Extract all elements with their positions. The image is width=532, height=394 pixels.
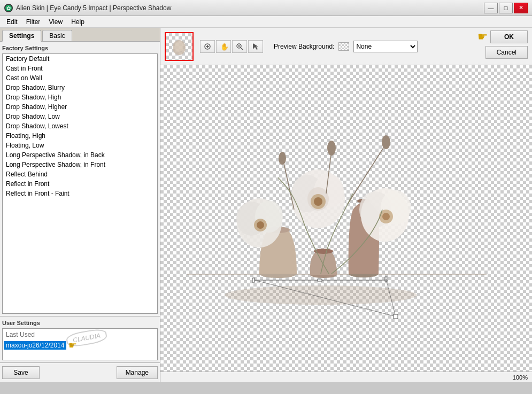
- ok-button[interactable]: OK: [490, 30, 528, 43]
- zoom-level: 100%: [513, 374, 528, 381]
- menu-bar: Edit Filter View Help: [0, 16, 532, 28]
- list-item[interactable]: Reflect in Front: [3, 179, 157, 189]
- svg-point-20: [314, 249, 333, 254]
- preview-bg-select[interactable]: None Black White Custom: [353, 41, 418, 52]
- user-setting-name[interactable]: maxou-jo26/12/2014: [4, 341, 66, 350]
- preview-thumbnail: [165, 32, 194, 61]
- svg-point-36: [382, 213, 390, 220]
- menu-view[interactable]: View: [44, 17, 67, 27]
- list-item[interactable]: Drop Shadow, High: [3, 92, 157, 102]
- save-button[interactable]: Save: [2, 366, 40, 379]
- zoom-fit-button[interactable]: [200, 40, 215, 53]
- pan-button[interactable]: ✋: [216, 40, 231, 53]
- tab-basic[interactable]: Basic: [42, 30, 72, 41]
- svg-point-3: [175, 41, 183, 52]
- right-panel: ✋ Preview Background: None Black White C…: [160, 28, 532, 382]
- ok-cancel-area: ☛ OK Cancel: [477, 30, 528, 59]
- factory-settings-list-container: Factory Default Cast in Front Cast on Wa…: [2, 53, 158, 314]
- svg-rect-44: [318, 279, 322, 281]
- svg-point-26: [314, 197, 322, 206]
- user-settings-label: User Settings: [2, 319, 158, 327]
- title-bar: ✿ Alien Skin | Eye Candy 5 Impact | Pers…: [0, 0, 532, 16]
- list-item[interactable]: Factory Default: [3, 54, 157, 64]
- svg-line-9: [241, 48, 243, 50]
- title-bar-buttons: — □ ✕: [484, 3, 528, 13]
- list-item[interactable]: Long Perspective Shadow, in Front: [3, 160, 157, 169]
- factory-settings-section: Factory Settings Factory Default Cast in…: [0, 42, 160, 316]
- cancel-button[interactable]: Cancel: [485, 46, 528, 59]
- window-title: Alien Skin | Eye Candy 5 Impact | Perspe…: [16, 4, 171, 12]
- maximize-button[interactable]: □: [499, 3, 513, 13]
- svg-point-31: [257, 221, 264, 229]
- svg-text:✋: ✋: [220, 42, 228, 51]
- list-item[interactable]: Drop Shadow, Higher: [3, 102, 157, 112]
- svg-point-40: [382, 135, 390, 149]
- tool-group: ✋: [200, 40, 263, 53]
- app-icon: ✿: [4, 4, 13, 12]
- ok-arrow-icon: ☛: [477, 30, 488, 44]
- bottom-buttons: Save Manage: [0, 362, 160, 382]
- list-item[interactable]: Cast in Front: [3, 64, 157, 73]
- svg-point-42: [279, 152, 286, 165]
- list-item[interactable]: Long Perspective Shadow, in Back: [3, 150, 157, 160]
- tab-settings[interactable]: Settings: [2, 30, 41, 42]
- user-settings-section: User Settings Last Used maxou-jo26/12/20…: [0, 316, 160, 362]
- ok-btn-row: ☛ OK: [477, 30, 528, 44]
- list-item[interactable]: Drop Shadow, Low: [3, 112, 157, 121]
- canvas-image: [160, 65, 513, 343]
- minimize-button[interactable]: —: [484, 3, 498, 13]
- user-setting-entry: maxou-jo26/12/2014 ☛: [4, 339, 156, 351]
- menu-filter[interactable]: Filter: [22, 17, 45, 27]
- preview-bg-label: Preview Background:: [274, 43, 334, 50]
- factory-settings-label: Factory Settings: [2, 44, 158, 52]
- svg-rect-50: [394, 314, 398, 319]
- svg-rect-43: [252, 278, 255, 282]
- list-item[interactable]: Reflect in Front - Faint: [3, 189, 157, 198]
- list-item[interactable]: Drop Shadow, Blurry: [3, 83, 157, 92]
- menu-help[interactable]: Help: [67, 17, 89, 27]
- list-item[interactable]: Floating, High: [3, 131, 157, 141]
- preview-thumb-inner: [166, 33, 192, 60]
- tab-bar: Settings Basic: [0, 28, 160, 42]
- manage-button[interactable]: Manage: [117, 366, 158, 379]
- list-item[interactable]: Floating, Low: [3, 141, 157, 150]
- list-item[interactable]: Cast on Wall: [3, 73, 157, 83]
- close-button[interactable]: ✕: [514, 3, 528, 13]
- zoom-button[interactable]: [232, 40, 247, 53]
- last-used-label: Last Used: [4, 330, 156, 339]
- left-panel: Settings Basic Factory Settings Factory …: [0, 28, 160, 382]
- list-item[interactable]: Drop Shadow, Lowest: [3, 121, 157, 131]
- select-button[interactable]: [248, 40, 263, 53]
- svg-point-38: [327, 141, 336, 156]
- toolbar: ✋ Preview Background: None Black White C…: [160, 28, 532, 65]
- list-item[interactable]: Reflect Behind: [3, 169, 157, 179]
- user-settings-list: Last Used maxou-jo26/12/2014 ☛: [2, 328, 158, 360]
- status-bar: 100%: [160, 372, 532, 382]
- svg-text:✿: ✿: [6, 5, 11, 11]
- canvas-area[interactable]: [160, 65, 532, 372]
- menu-edit[interactable]: Edit: [2, 17, 22, 27]
- main-layout: Settings Basic Factory Settings Factory …: [0, 28, 532, 382]
- svg-marker-12: [253, 43, 258, 50]
- arrow-right-icon: ☛: [68, 339, 77, 351]
- preview-bg-swatch: [338, 42, 349, 51]
- factory-settings-listbox[interactable]: Factory Default Cast in Front Cast on Wa…: [3, 54, 157, 313]
